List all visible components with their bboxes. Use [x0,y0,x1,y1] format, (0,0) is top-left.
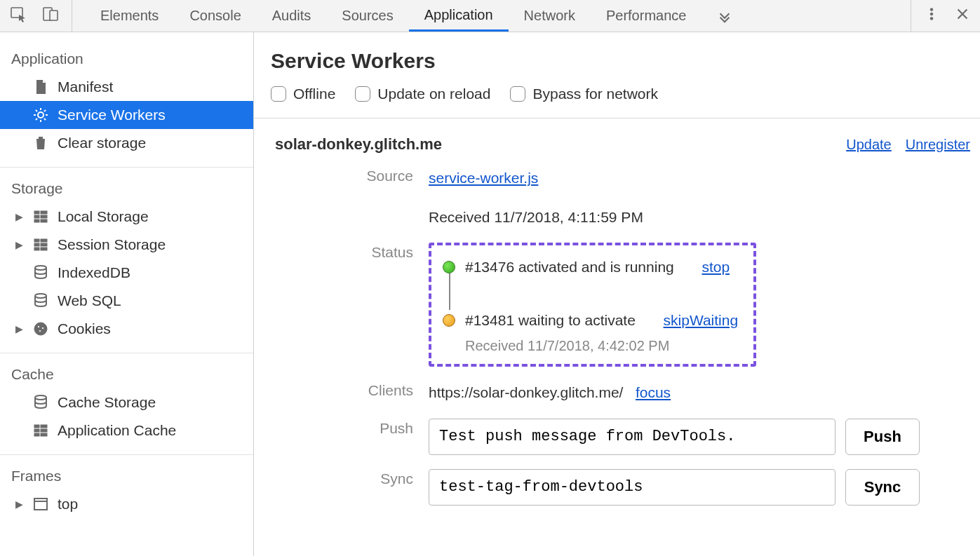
push-row: Push Push [271,419,970,455]
svg-rect-32 [34,499,47,510]
sidebar-item-label: Clear storage [58,135,146,151]
status-active-text: activated and is running [518,259,674,275]
svg-rect-10 [41,215,47,218]
kebab-icon[interactable] [924,6,939,25]
push-label: Push [271,419,429,455]
svg-point-19 [35,266,46,270]
grid-icon [32,422,49,439]
sidebar-item-session-storage[interactable]: ▶ Session Storage [0,231,253,259]
sidebar-item-label: Service Workers [58,107,166,123]
unregister-link[interactable]: Unregister [906,137,970,153]
svg-point-4 [930,13,933,15]
tab-network[interactable]: Network [509,0,591,32]
svg-point-25 [35,395,46,400]
push-button[interactable]: Push [845,419,920,455]
sidebar-item-label: Manifest [58,79,113,95]
service-workers-panel: Service Workers Offline Update on reload… [254,32,980,556]
sidebar-item-label: IndexedDB [58,264,130,281]
devtools-topbar: Elements Console Audits Sources Applicat… [0,0,980,32]
push-input[interactable] [429,419,835,455]
svg-point-24 [39,330,41,332]
clients-url: https://solar-donkey.glitch.me/ [429,384,623,400]
clients-label: Clients [271,381,429,405]
chevron-right-icon: ▶ [15,323,23,334]
sidebar-item-cache-storage[interactable]: Cache Storage [0,388,253,416]
status-connector [449,271,450,310]
grid-icon [32,236,49,253]
svg-rect-12 [41,219,47,222]
sidebar-item-websql[interactable]: Web SQL [0,287,253,315]
tab-performance[interactable]: Performance [591,0,702,32]
svg-rect-26 [34,425,39,428]
sidebar-item-label: top [58,496,78,513]
checkbox-label: Bypass for network [532,86,658,102]
checkbox-icon [355,86,370,102]
offline-checkbox[interactable]: Offline [271,86,335,102]
svg-rect-9 [34,215,39,218]
sidebar-item-label: Cookies [58,320,111,337]
application-sidebar: Application Manifest Service Workers Cle… [0,32,254,556]
gear-icon [32,107,49,123]
bypass-for-network-checkbox[interactable]: Bypass for network [510,86,658,102]
sidebar-item-local-storage[interactable]: ▶ Local Storage [0,203,253,231]
svg-rect-27 [41,425,47,428]
source-label: Source [271,166,429,229]
source-file-link[interactable]: service-worker.js [429,170,538,186]
status-waiting-id: #13481 [465,312,514,328]
svg-rect-11 [34,219,39,222]
status-stop-link[interactable]: stop [702,255,730,279]
clients-row: Clients https://solar-donkey.glitch.me/ … [271,381,970,405]
sidebar-item-label: Cache Storage [58,394,156,411]
sidebar-section-storage: Storage [0,175,253,203]
grid-icon [32,208,49,225]
svg-point-20 [35,294,46,298]
sync-input[interactable] [429,469,835,506]
sidebar-item-service-workers[interactable]: Service Workers [0,101,253,129]
svg-rect-15 [34,243,39,246]
status-row: Status #13476 activated and is running s… [271,243,970,367]
svg-point-3 [930,8,933,11]
svg-rect-16 [41,243,47,246]
sidebar-section-cache: Cache [0,360,253,388]
tab-overflow[interactable] [702,0,748,32]
inspect-icon[interactable] [10,6,27,26]
svg-point-23 [41,327,43,329]
chevron-right-icon: ▶ [15,211,23,222]
chevron-right-icon: ▶ [15,239,23,250]
tab-elements[interactable]: Elements [85,0,174,32]
status-highlight-frame: #13476 activated and is running stop #13… [429,243,756,367]
database-icon [32,292,49,309]
topbar-left-icons [10,0,72,32]
tab-console[interactable]: Console [174,0,256,32]
status-active-line: #13476 activated and is running stop [443,255,738,279]
document-icon [32,79,49,95]
sidebar-item-label: Application Cache [58,422,176,439]
sidebar-item-application-cache[interactable]: Application Cache [0,416,253,445]
clients-focus-link[interactable]: focus [636,384,671,400]
tab-sources[interactable]: Sources [326,0,408,32]
sidebar-item-cookies[interactable]: ▶ Cookies [0,315,253,343]
update-link[interactable]: Update [846,137,892,153]
origin-row: solar-donkey.glitch.me Update Unregister [271,135,970,166]
update-on-reload-checkbox[interactable]: Update on reload [355,86,490,102]
sidebar-item-manifest[interactable]: Manifest [0,73,253,101]
sync-row: Sync Sync [271,469,970,506]
sync-label: Sync [271,469,429,506]
device-toggle-icon[interactable] [42,6,59,26]
cookie-icon [32,320,49,337]
status-skipwaiting-link[interactable]: skipWaiting [664,308,739,332]
checkbox-label: Update on reload [377,86,490,102]
svg-rect-8 [41,211,47,214]
tab-audits[interactable]: Audits [257,0,327,32]
database-icon [32,394,49,411]
svg-rect-14 [41,239,47,242]
sidebar-item-clear-storage[interactable]: Clear storage [0,129,253,157]
sidebar-item-indexeddb[interactable]: IndexedDB [0,259,253,287]
svg-rect-28 [34,429,39,432]
checkbox-icon [271,86,286,102]
tab-application[interactable]: Application [409,0,509,32]
sync-button[interactable]: Sync [845,469,920,506]
sidebar-item-label: Local Storage [58,208,149,225]
close-icon[interactable] [955,6,970,25]
sidebar-item-top-frame[interactable]: ▶ top [0,490,253,518]
